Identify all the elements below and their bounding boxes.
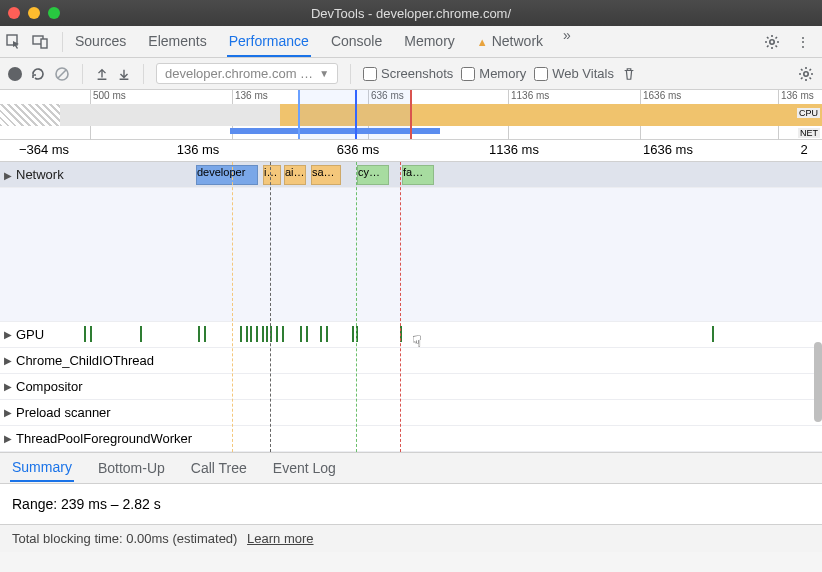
gpu-activity-tick	[712, 326, 714, 342]
learn-more-link[interactable]: Learn more	[247, 531, 313, 546]
network-request-bar[interactable]: developer	[196, 165, 258, 185]
network-request-bar[interactable]: fa…	[402, 165, 434, 185]
summary-range: Range: 239 ms – 2.82 s	[12, 496, 161, 512]
ruler-tick: −364 ms	[19, 142, 69, 157]
clear-icon[interactable]	[54, 66, 70, 82]
target-selector[interactable]: developer.chrome.com … ▼	[156, 63, 338, 84]
svg-point-3	[770, 39, 774, 43]
target-label: developer.chrome.com …	[165, 66, 313, 81]
record-button[interactable]	[8, 67, 22, 81]
gpu-activity-tick	[300, 326, 302, 342]
network-request-bar[interactable]: ai…	[284, 165, 306, 185]
kebab-icon[interactable]: ⋮	[790, 34, 816, 50]
delete-icon[interactable]	[622, 67, 636, 81]
tab-sources[interactable]: Sources	[73, 27, 128, 57]
thread-childio[interactable]: Chrome_ChildIOThread	[0, 348, 822, 374]
gpu-activity-tick	[352, 326, 354, 342]
gpu-activity-tick	[246, 326, 248, 342]
tbt-text: Total blocking time: 0.00ms (estimated)	[12, 531, 237, 546]
ruler-tick: 1136 ms	[489, 142, 539, 157]
svg-line-5	[58, 70, 66, 78]
window-title: DevTools - developer.chrome.com/	[311, 6, 511, 21]
timeline-overview[interactable]: 500 ms136 ms636 ms1136 ms1636 ms136 ms C…	[0, 90, 822, 140]
tab-elements[interactable]: Elements	[146, 27, 208, 57]
svg-rect-2	[41, 39, 47, 48]
gpu-activity-tick	[282, 326, 284, 342]
download-icon[interactable]	[117, 67, 131, 81]
gpu-activity-tick	[326, 326, 328, 342]
gpu-activity-tick	[140, 326, 142, 342]
gpu-activity-tick	[90, 326, 92, 342]
window-minimize[interactable]	[28, 7, 40, 19]
network-request-bar[interactable]: cy…	[357, 165, 389, 185]
screenshots-checkbox[interactable]: Screenshots	[363, 66, 453, 81]
flame-chart[interactable]: Network developeri…ai…sa…cy…fa… GPU Chro…	[0, 162, 822, 452]
tab-network[interactable]: Network	[475, 27, 545, 57]
gpu-activity-tick	[266, 326, 268, 342]
time-marker-line	[232, 162, 233, 452]
tab-console[interactable]: Console	[329, 27, 384, 57]
upload-icon[interactable]	[95, 67, 109, 81]
ruler-tick: 2	[800, 142, 807, 157]
net-label: NET	[798, 128, 820, 138]
gpu-activity-tick	[204, 326, 206, 342]
device-toggle-icon[interactable]	[32, 34, 58, 50]
svg-point-6	[804, 71, 808, 75]
tab-performance[interactable]: Performance	[227, 27, 311, 57]
thread-pool[interactable]: ThreadPoolForegroundWorker	[0, 426, 822, 452]
cpu-label: CPU	[797, 108, 820, 118]
window-zoom[interactable]	[48, 7, 60, 19]
settings-icon[interactable]	[764, 34, 790, 50]
gpu-activity-tick	[320, 326, 322, 342]
footer-bar: Total blocking time: 0.00ms (estimated) …	[0, 524, 822, 552]
time-marker-line	[270, 162, 271, 452]
gpu-activity-tick	[240, 326, 242, 342]
time-marker-line	[356, 162, 357, 452]
detail-tabs: Summary Bottom-Up Call Tree Event Log	[0, 452, 822, 484]
thread-compositor[interactable]: Compositor	[0, 374, 822, 400]
main-tabs: Sources Elements Performance Console Mem…	[73, 27, 571, 57]
time-marker-line	[400, 162, 401, 452]
network-track-body[interactable]	[0, 188, 822, 322]
tab-bottomup[interactable]: Bottom-Up	[96, 455, 167, 481]
tab-eventlog[interactable]: Event Log	[271, 455, 338, 481]
tab-summary[interactable]: Summary	[10, 454, 74, 482]
webvitals-checkbox[interactable]: Web Vitals	[534, 66, 614, 81]
tab-memory[interactable]: Memory	[402, 27, 457, 57]
panel-settings-icon[interactable]	[798, 66, 814, 82]
window-close[interactable]	[8, 7, 20, 19]
gpu-activity-tick	[262, 326, 264, 342]
network-request-bar[interactable]: sa…	[311, 165, 341, 185]
thread-preload[interactable]: Preload scanner	[0, 400, 822, 426]
inspect-icon[interactable]	[6, 34, 32, 50]
ruler-tick: 136 ms	[177, 142, 220, 157]
tab-calltree[interactable]: Call Tree	[189, 455, 249, 481]
gpu-activity-tick	[84, 326, 86, 342]
pointer-cursor-icon: ☟	[412, 332, 422, 351]
gpu-activity-tick	[306, 326, 308, 342]
network-request-bar[interactable]: i…	[263, 165, 281, 185]
gpu-activity-tick	[198, 326, 200, 342]
reload-icon[interactable]	[30, 66, 46, 82]
ruler-tick: 1636 ms	[643, 142, 693, 157]
memory-checkbox[interactable]: Memory	[461, 66, 526, 81]
overview-brush[interactable]	[298, 90, 412, 139]
gpu-activity-tick	[276, 326, 278, 342]
scrollbar-thumb[interactable]	[814, 342, 822, 422]
time-ruler[interactable]: −364 ms136 ms636 ms1136 ms1636 ms2	[0, 140, 822, 162]
gpu-activity-tick	[250, 326, 252, 342]
more-tabs-icon[interactable]: »	[563, 27, 571, 57]
summary-panel: Range: 239 ms – 2.82 s	[0, 484, 822, 524]
gpu-activity-tick	[256, 326, 258, 342]
dropdown-triangle-icon: ▼	[319, 68, 329, 79]
ruler-tick: 636 ms	[337, 142, 380, 157]
